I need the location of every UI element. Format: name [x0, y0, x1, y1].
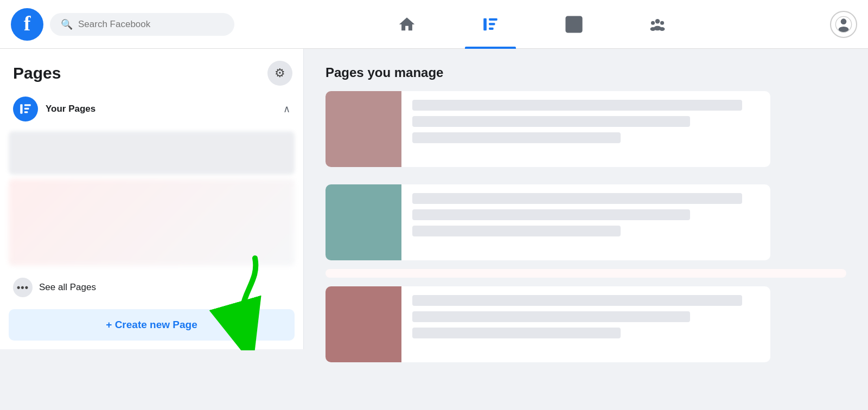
- svg-point-5: [655, 19, 660, 24]
- svg-point-10: [660, 27, 665, 30]
- page-card-2[interactable]: [326, 184, 770, 260]
- page-thumb-2: [326, 184, 401, 260]
- sidebar-header: Pages ⚙: [0, 49, 303, 91]
- svg-point-6: [651, 21, 655, 24]
- blurred-page-item-1: [9, 131, 295, 175]
- page-info-line-2: [412, 116, 690, 127]
- svg-rect-3: [489, 27, 494, 29]
- create-new-page-button[interactable]: + Create new Page: [9, 309, 295, 341]
- page-thumb-3: [326, 286, 401, 362]
- nav-home[interactable]: [381, 0, 432, 49]
- svg-rect-17: [24, 111, 28, 113]
- facebook-logo[interactable]: f: [11, 8, 43, 41]
- page-info-line-5: [412, 209, 690, 220]
- svg-point-11: [841, 18, 847, 24]
- svg-rect-4: [566, 16, 582, 31]
- svg-rect-15: [24, 104, 31, 106]
- page-info-line-6: [412, 226, 621, 236]
- page-info-line-8: [412, 311, 690, 322]
- your-pages-label: Your Pages: [46, 104, 276, 114]
- page-info-line-4: [412, 193, 742, 204]
- nav-groups[interactable]: [632, 0, 683, 49]
- page-card-1[interactable]: [326, 91, 770, 167]
- chevron-up-icon: ∧: [283, 103, 290, 115]
- right-nav-icons: [830, 11, 857, 38]
- page-info-line-3: [412, 132, 621, 143]
- main-layout: Pages ⚙ Your Pages ∧: [0, 49, 868, 410]
- top-navigation: f 🔍: [0, 0, 868, 49]
- page-info-2: [401, 184, 770, 260]
- page-info-line-7: [412, 295, 742, 306]
- search-input[interactable]: [78, 19, 224, 30]
- page-info-line-1: [412, 100, 742, 111]
- search-bar[interactable]: 🔍: [50, 13, 234, 36]
- svg-rect-0: [483, 18, 487, 30]
- sidebar-title: Pages: [13, 64, 61, 82]
- svg-rect-2: [489, 23, 495, 25]
- page-info-1: [401, 91, 770, 167]
- page-thumb-1: [326, 91, 401, 167]
- your-pages-section[interactable]: Your Pages ∧: [4, 91, 299, 127]
- nav-pages[interactable]: [465, 0, 516, 49]
- nav-icons-group: [234, 0, 830, 49]
- main-content: Pages you manage: [304, 49, 868, 410]
- svg-rect-14: [20, 104, 22, 113]
- search-icon: 🔍: [61, 18, 73, 30]
- see-all-pages[interactable]: ••• See all Pages: [0, 270, 303, 305]
- svg-point-7: [660, 21, 664, 24]
- settings-button[interactable]: ⚙: [267, 61, 292, 86]
- blurred-page-item-2: [9, 179, 295, 266]
- user-avatar[interactable]: [830, 11, 857, 38]
- svg-point-9: [650, 27, 656, 30]
- sidebar-pages-list: [0, 127, 303, 270]
- dots-icon: •••: [13, 278, 33, 297]
- see-all-label: See all Pages: [39, 282, 96, 293]
- sidebar-wrapper: Pages ⚙ Your Pages ∧: [0, 49, 304, 410]
- pages-icon: [13, 97, 38, 121]
- svg-rect-16: [24, 108, 29, 110]
- sidebar: Pages ⚙ Your Pages ∧: [0, 49, 304, 349]
- page-card-3[interactable]: [326, 286, 770, 362]
- page-info-3: [401, 286, 770, 362]
- svg-rect-1: [489, 18, 497, 20]
- fb-logo-letter: f: [24, 13, 31, 34]
- nav-marketplace[interactable]: [548, 0, 599, 49]
- section-heading: Pages you manage: [326, 65, 846, 80]
- page-info-line-9: [412, 328, 621, 338]
